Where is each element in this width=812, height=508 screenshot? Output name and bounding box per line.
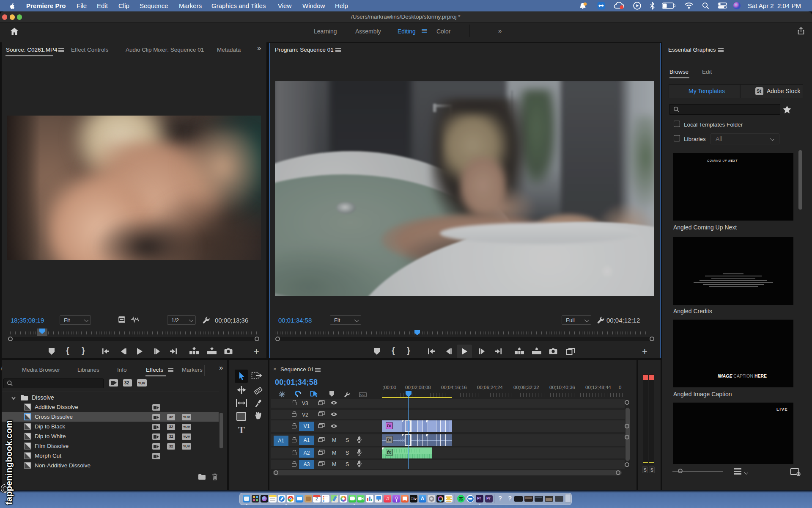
svg-text:CC: CC xyxy=(360,393,365,397)
